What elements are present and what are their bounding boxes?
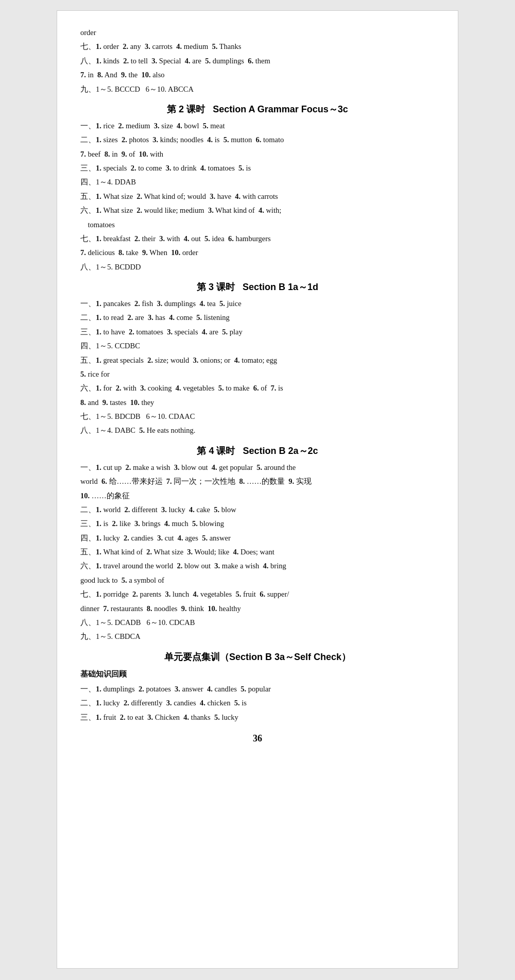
line-9: 九、1～5. BCCCD 6～10. ABCCA xyxy=(80,83,435,96)
section3-content: 一、1. pancakes 2. fish 3. dumplings 4. te… xyxy=(80,297,435,437)
s3-line5b: 5. rice for xyxy=(80,368,435,381)
s5-line3: 三、1. fruit 2. to eat 3. Chicken 4. thank… xyxy=(80,711,435,724)
s4-line8: 八、1～5. DCADB 6～10. CDCAB xyxy=(80,616,435,629)
section4-header: 第 4 课时 Section B 2a～2c xyxy=(80,445,435,457)
s2-line5: 五、1. What size 2. What kind of; would 3.… xyxy=(80,190,435,203)
line-8: 八、1. kinds 2. to tell 3. Special 4. are … xyxy=(80,55,435,67)
s2-line2: 二、1. sizes 2. photos 3. kinds; noodles 4… xyxy=(80,133,435,146)
line-order: order xyxy=(80,26,435,39)
s3-line4: 四、1～5. CCDBC xyxy=(80,340,435,352)
section3-header: 第 3 课时 Section B 1a～1d xyxy=(80,281,435,293)
page-number: 36 xyxy=(80,733,435,744)
s4-line9: 九、1～5. CBDCA xyxy=(80,630,435,643)
intro-section: order 七、1. order 2. any 3. carrots 4. me… xyxy=(80,26,435,96)
s4-line1: 一、1. cut up 2. make a wish 3. blow out 4… xyxy=(80,461,435,474)
s3-line1: 一、1. pancakes 2. fish 3. dumplings 4. te… xyxy=(80,297,435,310)
s3-line3: 三、1. to have 2. tomatoes 3. specials 4. … xyxy=(80,326,435,339)
s3-line5: 五、1. great specials 2. size; would 3. on… xyxy=(80,354,435,367)
s2-line6: 六、1. What size 2. would like; medium 3. … xyxy=(80,204,435,217)
section5-subtitle: 基础知识回顾 xyxy=(80,667,435,681)
page: order 七、1. order 2. any 3. carrots 4. me… xyxy=(57,10,458,969)
s2-line2b: 7. beef 8. in 9. of 10. with xyxy=(80,148,435,161)
s3-line8: 八、1～4. DABC 5. He eats nothing. xyxy=(80,424,435,437)
line-7: 七、1. order 2. any 3. carrots 4. medium 5… xyxy=(80,40,435,53)
section5-content: 一、1. dumplings 2. potatoes 3. answer 4. … xyxy=(80,683,435,724)
s3-line2: 二、1. to read 2. are 3. has 4. come 5. li… xyxy=(80,311,435,324)
s4-line3: 三、1. is 2. like 3. brings 4. much 5. blo… xyxy=(80,517,435,530)
section5-header: 单元要点集训（Section B 3a～Self Check） xyxy=(80,651,435,663)
s2-line7b: 7. delicious 8. take 9. When 10. order xyxy=(80,246,435,259)
s5-line2: 二、1. lucky 2. differently 3. candies 4. … xyxy=(80,697,435,709)
s5-subtitle: 基础知识回顾 xyxy=(80,667,435,681)
s4-line2: 二、1. world 2. different 3. lucky 4. cake… xyxy=(80,503,435,516)
s4-line5: 五、1. What kind of 2. What size 3. Would;… xyxy=(80,546,435,559)
section2-header: 第 2 课时 Section A Grammar Focus～3c xyxy=(80,103,435,115)
s4-line4: 四、1. lucky 2. candies 3. cut 4. ages 5. … xyxy=(80,532,435,545)
s2-line1: 一、1. rice 2. medium 3. size 4. bowl 5. m… xyxy=(80,120,435,132)
s4-line1c: 10. ……的象征 xyxy=(80,489,435,502)
line-8b: 7. in 8. And 9. the 10. also xyxy=(80,69,435,81)
s4-line6: 六、1. travel around the world 2. blow out… xyxy=(80,560,435,572)
s2-line6b: tomatoes xyxy=(80,218,435,231)
s4-line7: 七、1. porridge 2. parents 3. lunch 4. veg… xyxy=(80,588,435,601)
s2-line3: 三、1. specials 2. to come 3. to drink 4. … xyxy=(80,162,435,175)
s3-line6: 六、1. for 2. with 3. cooking 4. vegetable… xyxy=(80,382,435,395)
s3-line7: 七、1～5. BDCDB 6～10. CDAAC xyxy=(80,410,435,423)
section4-content: 一、1. cut up 2. make a wish 3. blow out 4… xyxy=(80,461,435,644)
s3-line6b: 8. and 9. tastes 10. they xyxy=(80,396,435,409)
s2-line8: 八、1～5. BCDDD xyxy=(80,261,435,274)
s2-line7: 七、1. breakfast 2. their 3. with 4. out 5… xyxy=(80,232,435,245)
s5-line1: 一、1. dumplings 2. potatoes 3. answer 4. … xyxy=(80,683,435,696)
section2-content: 一、1. rice 2. medium 3. size 4. bowl 5. m… xyxy=(80,120,435,274)
s4-line1b: world 6. 给……带来好运 7. 同一次；一次性地 8. ……的数量 9.… xyxy=(80,475,435,488)
s4-line7b: dinner 7. restaurants 8. noodles 9. thin… xyxy=(80,602,435,615)
s4-line6b: good luck to 5. a symbol of xyxy=(80,574,435,587)
s2-line4: 四、1～4. DDAB xyxy=(80,176,435,189)
